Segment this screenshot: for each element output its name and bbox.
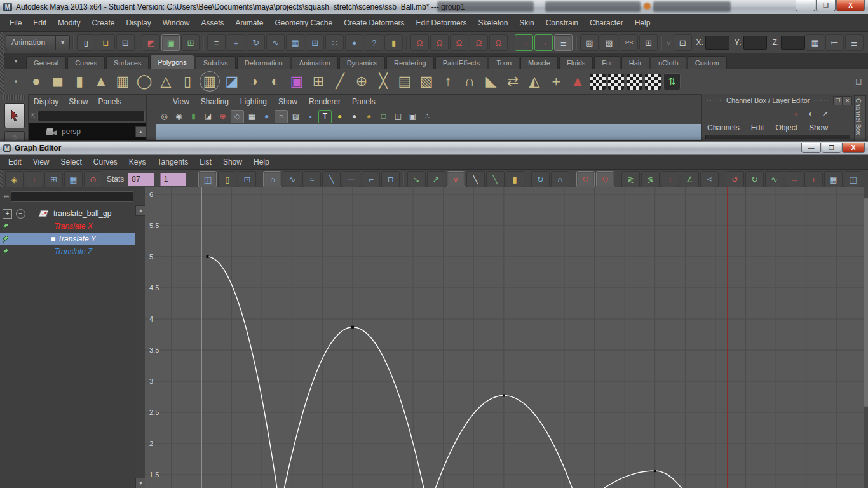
channel-row-translate-y[interactable]: ■ Translate Y xyxy=(0,233,135,245)
channel-box-menu-edit[interactable]: Edit xyxy=(745,123,770,132)
scroll-up-icon[interactable]: ▲ xyxy=(135,126,146,137)
bookmarks-icon[interactable]: ▮ xyxy=(187,110,200,123)
shelf-tab-ncloth[interactable]: nCloth xyxy=(651,56,686,69)
input-connections-icon[interactable]: → xyxy=(515,34,533,51)
snap-to-curves-icon[interactable]: Ω xyxy=(430,34,449,51)
panel-menu-show[interactable]: Show xyxy=(64,97,93,106)
image-plane-icon[interactable]: ◪ xyxy=(201,110,215,123)
free-tangent-weight-icon[interactable]: ╲ xyxy=(486,171,505,187)
value-snap-icon[interactable]: Ω xyxy=(596,171,614,187)
poly-sphere-icon[interactable]: ● xyxy=(27,72,46,91)
menu-create-deformers[interactable]: Create Deformers xyxy=(338,18,410,27)
shelf-tab-rendering[interactable]: Rendering xyxy=(386,56,434,69)
mask-handles-icon[interactable]: ＋ xyxy=(227,34,245,51)
render-current-frame-icon[interactable]: ▨ xyxy=(600,34,618,51)
viewport-view-sliver[interactable] xyxy=(156,124,701,140)
ge-menu-tangents[interactable]: Tangents xyxy=(152,158,194,166)
hyperbolic-curve-icon[interactable]: ↗ xyxy=(818,107,832,121)
snapshot-buffer-curve-icon[interactable]: ∩ xyxy=(551,171,569,187)
close-button[interactable]: X xyxy=(836,0,865,11)
viewport-menu-view[interactable]: View xyxy=(167,97,195,106)
status-line-grip[interactable] xyxy=(0,32,4,53)
show-channel-box-icon[interactable]: ≣ xyxy=(845,34,864,51)
speed-state-icon[interactable]: ◐ xyxy=(804,107,817,121)
uv-checker-map-2-icon[interactable]: ▦ xyxy=(608,74,624,90)
auto-tangent-icon[interactable]: ∩ xyxy=(263,171,281,187)
spline-tangent-icon[interactable]: ∿ xyxy=(283,171,301,187)
pre-infinity-linear-icon[interactable]: ↕ xyxy=(661,171,679,187)
uv-texture-editor-icon[interactable]: T xyxy=(318,110,332,123)
post-infinity-curve-icon[interactable]: ↻ xyxy=(745,171,764,187)
extract-faces-icon[interactable]: ◪ xyxy=(222,72,241,91)
flat-tangent-icon[interactable]: ─ xyxy=(342,171,360,187)
construction-history-icon[interactable]: ≣ xyxy=(554,34,573,51)
white-light-icon[interactable]: ● xyxy=(348,110,361,123)
center-current-time-icon[interactable]: ⊡ xyxy=(238,171,256,187)
isolate-select-icon[interactable]: □ xyxy=(377,110,390,123)
show-attribute-editor-icon[interactable]: ▦ xyxy=(806,34,824,51)
mask-deformers-icon[interactable]: ⊞ xyxy=(306,34,324,51)
ge-menu-select[interactable]: Select xyxy=(55,158,87,166)
shelf-tab-surfaces[interactable]: Surfaces xyxy=(106,56,149,69)
transform-entry-mode-icon[interactable]: ⊡ xyxy=(674,34,692,51)
shaded-display-icon[interactable]: ▦ xyxy=(245,110,259,123)
menu-window[interactable]: Window xyxy=(157,18,196,27)
open-render-view-icon[interactable]: ▨ xyxy=(580,34,599,51)
ge-menu-show[interactable]: Show xyxy=(217,158,248,166)
manip-move-icon[interactable]: ＋ xyxy=(789,107,803,121)
linear-tangent-icon[interactable]: ╲ xyxy=(322,171,341,187)
frame-playback-range-icon[interactable]: ▯ xyxy=(218,171,236,187)
menu-skin[interactable]: Skin xyxy=(513,18,539,27)
poly-cube-icon[interactable]: ◼ xyxy=(48,72,67,91)
graph-editor-maximize-button[interactable]: ❐ xyxy=(822,143,841,153)
shelf-tab-curves[interactable]: Curves xyxy=(67,56,105,69)
post-infinity-constant-icon[interactable]: ≤ xyxy=(700,171,719,187)
menu-display[interactable]: Display xyxy=(120,18,156,27)
shelf-tab-deformation[interactable]: Deformation xyxy=(237,56,290,69)
ge-menu-list[interactable]: List xyxy=(194,158,217,166)
mirror-geometry-icon[interactable]: ⇄ xyxy=(503,72,522,91)
menu-animate[interactable]: Animate xyxy=(229,18,269,27)
booleans-union-icon[interactable]: ◑ xyxy=(244,72,263,91)
graph-scrollbar[interactable] xyxy=(864,187,868,488)
snap-to-points-icon[interactable]: Ω xyxy=(450,34,468,51)
panel-menu-display[interactable]: Display xyxy=(29,97,64,106)
shelf-tab-general[interactable]: General xyxy=(26,56,66,69)
shelf-tab-hair[interactable]: Hair xyxy=(621,56,649,69)
save-scene-icon[interactable]: ⊟ xyxy=(116,34,135,51)
yellow-light-icon[interactable]: ● xyxy=(333,110,346,123)
move-nearest-key-tool-icon[interactable]: ◈ xyxy=(5,171,24,187)
stats-value-field[interactable]: 1 xyxy=(160,173,186,186)
lock-tangent-weight-icon[interactable]: ▮ xyxy=(506,171,524,187)
step-tangent-icon[interactable]: ⌐ xyxy=(362,171,380,187)
2d-pan-zoom-icon[interactable]: ⊕ xyxy=(216,110,229,123)
graph-curve-view[interactable]: 65.554.543.532.521.5 xyxy=(145,187,868,488)
lasso-tool-button[interactable]: ◌ xyxy=(4,131,25,142)
menu-file[interactable]: File xyxy=(4,18,27,27)
shelf-switcher-icon[interactable]: ▾ xyxy=(6,58,25,64)
chevron-down-icon[interactable]: ▽ xyxy=(667,39,671,46)
output-connections-icon[interactable]: → xyxy=(534,34,553,51)
menu-skeleton[interactable]: Skeleton xyxy=(473,18,514,27)
lock-selection-icon[interactable]: ▮ xyxy=(384,34,403,51)
shelf-left-grip[interactable] xyxy=(0,69,4,94)
make-live-icon[interactable]: Ω xyxy=(489,34,508,51)
shelf-trash-icon[interactable]: ⊔ xyxy=(851,76,865,86)
smooth-icon[interactable]: ▣ xyxy=(287,72,306,91)
outliner-node-row[interactable]: + − translate_ball_gp xyxy=(0,207,135,220)
sculpt-geometry-icon[interactable]: ▲ xyxy=(568,72,587,91)
ge-menu-keys[interactable]: Keys xyxy=(123,158,152,166)
frame-all-icon[interactable]: ◫ xyxy=(198,171,217,187)
stats-time-field[interactable]: 87 xyxy=(128,173,154,186)
expand-all-icon[interactable]: + xyxy=(3,209,12,219)
uv-checker-map-4-icon[interactable]: ▦ xyxy=(645,74,661,90)
time-snap-icon[interactable]: Ω xyxy=(576,171,595,187)
outliner-search-field[interactable] xyxy=(11,191,133,202)
shelf-tab-custom[interactable]: Custom xyxy=(688,56,727,69)
extrude-icon[interactable]: ↑ xyxy=(438,72,458,91)
mask-dynamics-icon[interactable]: ∷ xyxy=(325,34,344,51)
z-field[interactable] xyxy=(781,36,805,50)
two-pane-layout-icon[interactable]: ◫ xyxy=(844,171,862,187)
pre-infinity-cycle-offset-icon[interactable]: ≶ xyxy=(641,171,660,187)
swap-buffer-curve-icon[interactable]: ↻ xyxy=(531,171,550,187)
